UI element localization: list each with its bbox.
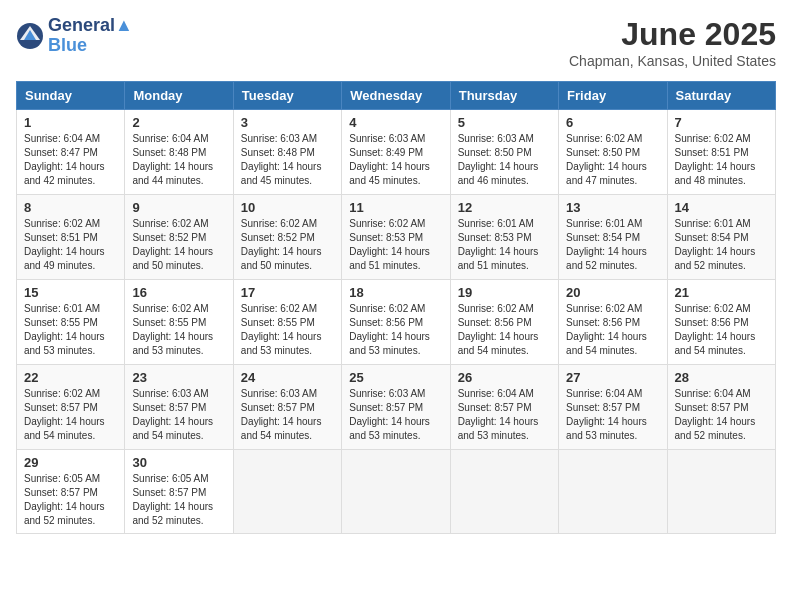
- day-number: 9: [132, 200, 225, 215]
- day-number: 6: [566, 115, 659, 130]
- day-number: 20: [566, 285, 659, 300]
- day-number: 22: [24, 370, 117, 385]
- day-number: 15: [24, 285, 117, 300]
- day-info: Sunrise: 6:03 AM Sunset: 8:57 PM Dayligh…: [241, 387, 334, 443]
- day-info: Sunrise: 6:01 AM Sunset: 8:55 PM Dayligh…: [24, 302, 117, 358]
- day-info: Sunrise: 6:02 AM Sunset: 8:52 PM Dayligh…: [132, 217, 225, 273]
- day-number: 25: [349, 370, 442, 385]
- table-row: 13 Sunrise: 6:01 AM Sunset: 8:54 PM Dayl…: [559, 195, 667, 280]
- table-row: 27 Sunrise: 6:04 AM Sunset: 8:57 PM Dayl…: [559, 365, 667, 450]
- table-row: 5 Sunrise: 6:03 AM Sunset: 8:50 PM Dayli…: [450, 110, 558, 195]
- logo-text: General▲ Blue: [48, 16, 133, 56]
- col-sunday: Sunday: [17, 82, 125, 110]
- day-info: Sunrise: 6:04 AM Sunset: 8:48 PM Dayligh…: [132, 132, 225, 188]
- table-row: [342, 450, 450, 534]
- table-row: 30 Sunrise: 6:05 AM Sunset: 8:57 PM Dayl…: [125, 450, 233, 534]
- day-number: 23: [132, 370, 225, 385]
- table-row: 19 Sunrise: 6:02 AM Sunset: 8:56 PM Dayl…: [450, 280, 558, 365]
- day-number: 7: [675, 115, 768, 130]
- day-number: 29: [24, 455, 117, 470]
- table-row: 7 Sunrise: 6:02 AM Sunset: 8:51 PM Dayli…: [667, 110, 775, 195]
- day-info: Sunrise: 6:03 AM Sunset: 8:57 PM Dayligh…: [132, 387, 225, 443]
- day-number: 17: [241, 285, 334, 300]
- day-number: 28: [675, 370, 768, 385]
- table-row: 25 Sunrise: 6:03 AM Sunset: 8:57 PM Dayl…: [342, 365, 450, 450]
- day-number: 16: [132, 285, 225, 300]
- day-info: Sunrise: 6:04 AM Sunset: 8:47 PM Dayligh…: [24, 132, 117, 188]
- day-info: Sunrise: 6:04 AM Sunset: 8:57 PM Dayligh…: [566, 387, 659, 443]
- calendar-table: Sunday Monday Tuesday Wednesday Thursday…: [16, 81, 776, 534]
- table-row: 12 Sunrise: 6:01 AM Sunset: 8:53 PM Dayl…: [450, 195, 558, 280]
- day-info: Sunrise: 6:02 AM Sunset: 8:56 PM Dayligh…: [675, 302, 768, 358]
- day-info: Sunrise: 6:01 AM Sunset: 8:53 PM Dayligh…: [458, 217, 551, 273]
- table-row: 6 Sunrise: 6:02 AM Sunset: 8:50 PM Dayli…: [559, 110, 667, 195]
- day-info: Sunrise: 6:02 AM Sunset: 8:51 PM Dayligh…: [24, 217, 117, 273]
- table-row: 29 Sunrise: 6:05 AM Sunset: 8:57 PM Dayl…: [17, 450, 125, 534]
- table-row: 17 Sunrise: 6:02 AM Sunset: 8:55 PM Dayl…: [233, 280, 341, 365]
- header-row: Sunday Monday Tuesday Wednesday Thursday…: [17, 82, 776, 110]
- day-info: Sunrise: 6:02 AM Sunset: 8:53 PM Dayligh…: [349, 217, 442, 273]
- table-row: 15 Sunrise: 6:01 AM Sunset: 8:55 PM Dayl…: [17, 280, 125, 365]
- day-info: Sunrise: 6:03 AM Sunset: 8:48 PM Dayligh…: [241, 132, 334, 188]
- title-block: June 2025 Chapman, Kansas, United States: [569, 16, 776, 69]
- table-row: 22 Sunrise: 6:02 AM Sunset: 8:57 PM Dayl…: [17, 365, 125, 450]
- table-row: 10 Sunrise: 6:02 AM Sunset: 8:52 PM Dayl…: [233, 195, 341, 280]
- col-thursday: Thursday: [450, 82, 558, 110]
- day-info: Sunrise: 6:05 AM Sunset: 8:57 PM Dayligh…: [132, 472, 225, 528]
- day-number: 3: [241, 115, 334, 130]
- day-info: Sunrise: 6:05 AM Sunset: 8:57 PM Dayligh…: [24, 472, 117, 528]
- table-row: 20 Sunrise: 6:02 AM Sunset: 8:56 PM Dayl…: [559, 280, 667, 365]
- day-info: Sunrise: 6:02 AM Sunset: 8:56 PM Dayligh…: [566, 302, 659, 358]
- logo-icon: [16, 22, 44, 50]
- day-number: 5: [458, 115, 551, 130]
- table-row: 16 Sunrise: 6:02 AM Sunset: 8:55 PM Dayl…: [125, 280, 233, 365]
- day-number: 14: [675, 200, 768, 215]
- col-wednesday: Wednesday: [342, 82, 450, 110]
- day-info: Sunrise: 6:02 AM Sunset: 8:55 PM Dayligh…: [241, 302, 334, 358]
- day-number: 19: [458, 285, 551, 300]
- day-number: 2: [132, 115, 225, 130]
- day-info: Sunrise: 6:03 AM Sunset: 8:49 PM Dayligh…: [349, 132, 442, 188]
- table-row: 24 Sunrise: 6:03 AM Sunset: 8:57 PM Dayl…: [233, 365, 341, 450]
- day-number: 8: [24, 200, 117, 215]
- day-number: 11: [349, 200, 442, 215]
- table-row: 14 Sunrise: 6:01 AM Sunset: 8:54 PM Dayl…: [667, 195, 775, 280]
- day-info: Sunrise: 6:04 AM Sunset: 8:57 PM Dayligh…: [458, 387, 551, 443]
- table-row: 8 Sunrise: 6:02 AM Sunset: 8:51 PM Dayli…: [17, 195, 125, 280]
- table-row: [233, 450, 341, 534]
- logo: General▲ Blue: [16, 16, 133, 56]
- day-info: Sunrise: 6:04 AM Sunset: 8:57 PM Dayligh…: [675, 387, 768, 443]
- day-number: 27: [566, 370, 659, 385]
- day-number: 10: [241, 200, 334, 215]
- day-info: Sunrise: 6:02 AM Sunset: 8:57 PM Dayligh…: [24, 387, 117, 443]
- table-row: [559, 450, 667, 534]
- col-tuesday: Tuesday: [233, 82, 341, 110]
- table-row: 9 Sunrise: 6:02 AM Sunset: 8:52 PM Dayli…: [125, 195, 233, 280]
- table-row: 2 Sunrise: 6:04 AM Sunset: 8:48 PM Dayli…: [125, 110, 233, 195]
- page-header: General▲ Blue June 2025 Chapman, Kansas,…: [16, 16, 776, 69]
- day-number: 24: [241, 370, 334, 385]
- table-row: 4 Sunrise: 6:03 AM Sunset: 8:49 PM Dayli…: [342, 110, 450, 195]
- table-row: [450, 450, 558, 534]
- table-row: 28 Sunrise: 6:04 AM Sunset: 8:57 PM Dayl…: [667, 365, 775, 450]
- day-info: Sunrise: 6:02 AM Sunset: 8:50 PM Dayligh…: [566, 132, 659, 188]
- table-row: [667, 450, 775, 534]
- day-number: 30: [132, 455, 225, 470]
- day-number: 26: [458, 370, 551, 385]
- table-row: 21 Sunrise: 6:02 AM Sunset: 8:56 PM Dayl…: [667, 280, 775, 365]
- day-number: 13: [566, 200, 659, 215]
- day-info: Sunrise: 6:02 AM Sunset: 8:52 PM Dayligh…: [241, 217, 334, 273]
- location-title: Chapman, Kansas, United States: [569, 53, 776, 69]
- col-monday: Monday: [125, 82, 233, 110]
- col-friday: Friday: [559, 82, 667, 110]
- table-row: 3 Sunrise: 6:03 AM Sunset: 8:48 PM Dayli…: [233, 110, 341, 195]
- day-info: Sunrise: 6:01 AM Sunset: 8:54 PM Dayligh…: [675, 217, 768, 273]
- table-row: 26 Sunrise: 6:04 AM Sunset: 8:57 PM Dayl…: [450, 365, 558, 450]
- table-row: 18 Sunrise: 6:02 AM Sunset: 8:56 PM Dayl…: [342, 280, 450, 365]
- table-row: 11 Sunrise: 6:02 AM Sunset: 8:53 PM Dayl…: [342, 195, 450, 280]
- day-info: Sunrise: 6:01 AM Sunset: 8:54 PM Dayligh…: [566, 217, 659, 273]
- day-number: 18: [349, 285, 442, 300]
- day-number: 21: [675, 285, 768, 300]
- month-title: June 2025: [569, 16, 776, 53]
- day-info: Sunrise: 6:03 AM Sunset: 8:57 PM Dayligh…: [349, 387, 442, 443]
